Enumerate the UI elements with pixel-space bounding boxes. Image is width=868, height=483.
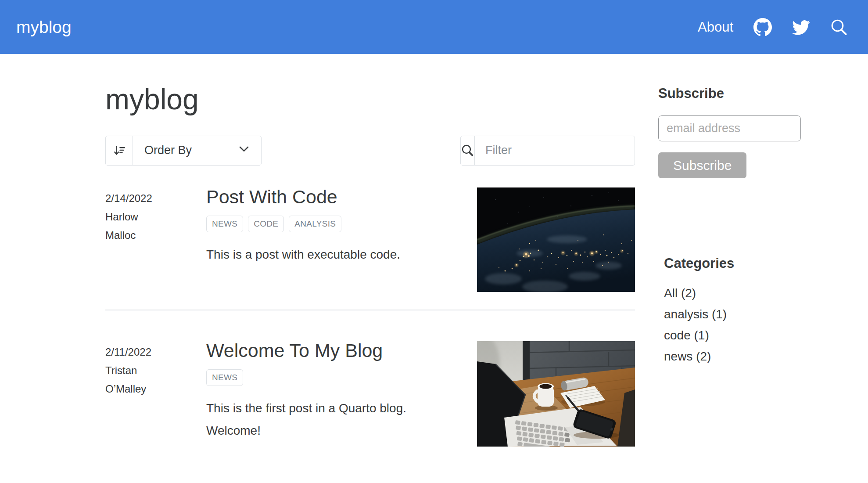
navbar-brand[interactable]: myblog bbox=[16, 18, 72, 37]
post-listing: 2/14/2022 Harlow Malloc Post With Code n… bbox=[105, 187, 635, 447]
post-body: Welcome To My Blog news This is the firs… bbox=[206, 341, 477, 447]
filter-control bbox=[460, 136, 635, 166]
order-by-label: Order By bbox=[144, 144, 192, 157]
category-all[interactable]: All (2) bbox=[664, 283, 811, 304]
navbar-links: About bbox=[698, 18, 848, 36]
post-divider bbox=[105, 310, 635, 310]
post-date: 2/14/2022 bbox=[105, 189, 206, 208]
post-meta: 2/11/2022 Tristan O’Malley bbox=[105, 341, 206, 447]
post-meta: 2/14/2022 Harlow Malloc bbox=[105, 187, 206, 292]
github-icon[interactable] bbox=[753, 18, 772, 36]
order-by-select[interactable]: Order By bbox=[133, 136, 261, 165]
subscribe-button[interactable]: Subscribe bbox=[658, 152, 746, 178]
filter-input[interactable] bbox=[475, 136, 651, 165]
post-tags: news code analysis bbox=[206, 216, 477, 232]
nav-link-about[interactable]: About bbox=[698, 19, 733, 35]
post-author: Tristan O’Malley bbox=[105, 361, 171, 398]
post-body: Post With Code news code analysis This i… bbox=[206, 187, 477, 292]
tag-news[interactable]: news bbox=[206, 369, 243, 386]
tag-analysis[interactable]: analysis bbox=[289, 216, 341, 232]
post-description: This is the first post in a Quarto blog.… bbox=[206, 397, 445, 442]
post-author: Harlow Malloc bbox=[105, 208, 171, 245]
post-date: 2/11/2022 bbox=[105, 343, 206, 361]
margin-sidebar: Subscribe Subscribe Categories All (2) a… bbox=[658, 54, 811, 447]
order-by-control[interactable]: Order By bbox=[105, 136, 262, 166]
twitter-icon[interactable] bbox=[792, 18, 810, 36]
post-thumbnail-desk[interactable] bbox=[477, 341, 635, 447]
subscribe-section: Subscribe Subscribe bbox=[658, 86, 811, 178]
chevron-down-icon bbox=[238, 143, 250, 158]
category-news[interactable]: news (2) bbox=[664, 346, 811, 367]
page-content: myblog Order By bbox=[0, 54, 868, 447]
listing-main: myblog Order By bbox=[105, 54, 635, 447]
post-title[interactable]: Post With Code bbox=[206, 186, 477, 209]
tag-news[interactable]: news bbox=[206, 216, 243, 232]
post-tags: news bbox=[206, 369, 477, 386]
post-title[interactable]: Welcome To My Blog bbox=[206, 339, 477, 362]
subscribe-heading: Subscribe bbox=[658, 86, 811, 101]
navbar: myblog About bbox=[0, 0, 868, 54]
category-analysis[interactable]: analysis (1) bbox=[664, 304, 811, 325]
categories-section: Categories All (2) analysis (1) code (1)… bbox=[658, 256, 811, 368]
sort-icon bbox=[106, 136, 133, 165]
filter-search-icon bbox=[461, 136, 475, 165]
navbar-search-icon[interactable] bbox=[830, 18, 848, 36]
post-row-welcome: 2/11/2022 Tristan O’Malley Welcome To My… bbox=[105, 341, 635, 447]
post-description: This is a post with executable code. bbox=[206, 244, 445, 266]
page-title: myblog bbox=[105, 83, 635, 116]
categories-heading: Categories bbox=[664, 256, 811, 271]
tag-code[interactable]: code bbox=[248, 216, 284, 232]
post-thumbnail-earth-at-night[interactable] bbox=[477, 187, 635, 292]
post-row-post-with-code: 2/14/2022 Harlow Malloc Post With Code n… bbox=[105, 187, 635, 292]
listing-controls: Order By bbox=[105, 136, 635, 166]
category-code[interactable]: code (1) bbox=[664, 325, 811, 346]
email-field[interactable] bbox=[658, 115, 801, 141]
